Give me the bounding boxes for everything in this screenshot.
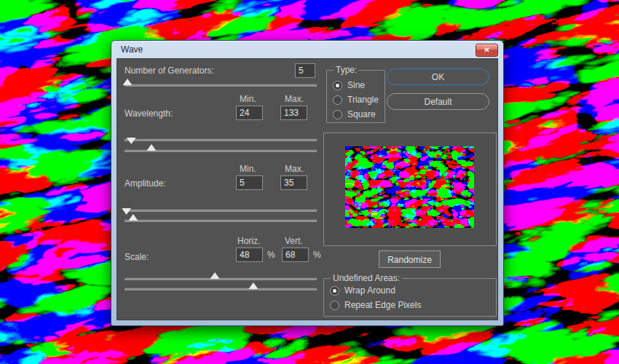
sine-radio-button[interactable]	[333, 81, 342, 90]
preview-artwork	[345, 146, 474, 228]
wavelength-max-input[interactable]	[280, 106, 307, 120]
preview-panel	[323, 132, 497, 246]
scale-vert-unit: %	[313, 250, 321, 260]
close-icon: ✕	[484, 46, 489, 54]
wrap-around-radio-label: Wrap Around	[344, 285, 395, 296]
undefined-option-wrap-around[interactable]: Wrap Around	[330, 285, 490, 296]
type-option-sine[interactable]: Sine	[333, 80, 379, 90]
wavelength-max-slider-thumb[interactable]	[146, 144, 156, 151]
scale-vert-header: Vert.	[285, 236, 303, 246]
scale-label: Scale:	[125, 252, 149, 262]
scale-horiz-slider-thumb[interactable]	[210, 272, 220, 279]
window-title: Wave	[121, 44, 143, 55]
generators-input[interactable]	[295, 63, 315, 78]
amplitude-min-slider	[125, 205, 317, 215]
sine-radio-label: Sine	[347, 80, 365, 90]
scale-horiz-slider-track[interactable]	[125, 277, 317, 280]
wavelength-min-slider	[125, 135, 317, 144]
amplitude-max-slider	[125, 215, 317, 225]
type-option-triangle[interactable]: Triangle	[333, 95, 379, 105]
undefined-areas-group: Undefined Areas: Wrap Around Repeat Edge…	[323, 273, 497, 317]
wave-dialog: Wave ✕ Number of Generators: Min. Max. W…	[111, 40, 504, 326]
wavelength-min-slider-track[interactable]	[125, 138, 317, 141]
scale-vert-slider-thumb[interactable]	[248, 282, 258, 289]
amplitude-min-input[interactable]	[236, 175, 263, 190]
wavelength-label: Wavelength:	[125, 108, 173, 119]
amplitude-max-slider-track[interactable]	[125, 219, 317, 222]
amplitude-max-input[interactable]	[280, 175, 307, 190]
preview-image	[345, 146, 474, 228]
scale-horiz-header: Horiz.	[237, 236, 260, 246]
type-group: Type: Sine Triangle Square	[326, 65, 385, 123]
undefined-areas-legend: Undefined Areas:	[331, 273, 402, 283]
scale-vert-slider-track[interactable]	[125, 288, 317, 290]
repeat-edge-radio-label: Repeat Edge Pixels	[344, 300, 421, 310]
dialog-content: Number of Generators: Min. Max. Waveleng…	[117, 58, 498, 320]
generators-slider-track[interactable]	[125, 84, 317, 87]
wavelength-max-slider	[125, 146, 317, 155]
generators-label: Number of Generators:	[125, 66, 214, 76]
scale-horiz-unit: %	[267, 250, 275, 260]
type-option-square[interactable]: Square	[333, 109, 379, 119]
amplitude-label: Amplitude:	[125, 178, 166, 189]
randomize-button[interactable]: Randomize	[379, 250, 441, 268]
titlebar[interactable]: Wave ✕	[111, 41, 503, 58]
triangle-radio-button[interactable]	[333, 95, 342, 105]
wavelength-max-header: Max.	[285, 94, 304, 104]
close-button[interactable]: ✕	[476, 44, 498, 57]
generators-slider	[125, 80, 317, 90]
square-radio-button[interactable]	[333, 110, 342, 119]
scale-horiz-input[interactable]	[236, 248, 263, 262]
default-button[interactable]: Default	[387, 93, 489, 110]
triangle-radio-label: Triangle	[347, 95, 379, 105]
scale-vert-slider	[125, 284, 317, 293]
undefined-option-repeat-edge[interactable]: Repeat Edge Pixels	[330, 300, 490, 310]
wrap-around-radio-button[interactable]	[330, 286, 339, 296]
square-radio-label: Square	[347, 109, 376, 119]
amplitude-min-header: Min.	[240, 164, 256, 174]
amplitude-min-slider-track[interactable]	[125, 209, 317, 212]
generators-slider-thumb[interactable]	[122, 79, 132, 85]
repeat-edge-radio-button[interactable]	[330, 301, 339, 310]
wavelength-min-header: Min.	[240, 94, 256, 104]
ok-button[interactable]: OK	[387, 68, 489, 85]
scale-horiz-slider	[125, 274, 317, 283]
type-group-legend: Type:	[334, 65, 359, 75]
scale-vert-input[interactable]	[282, 248, 309, 262]
amplitude-max-header: Max.	[285, 164, 304, 174]
wavelength-min-input[interactable]	[236, 106, 263, 120]
amplitude-max-slider-thumb[interactable]	[128, 214, 138, 221]
